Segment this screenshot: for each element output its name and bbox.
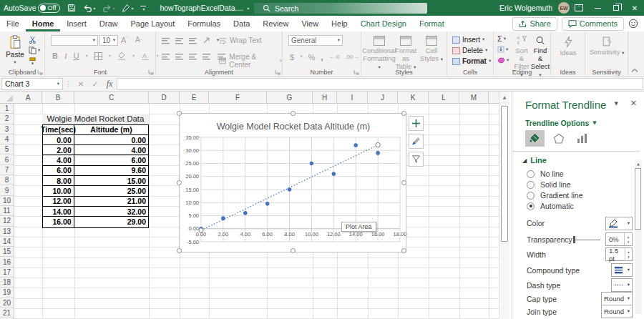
scatter-chart[interactable]: Wolgie Model Rocket Data Altitude (m)-5.… [180,114,407,253]
column-header-I[interactable]: I [337,92,368,104]
row-header-5[interactable]: 5 [0,144,14,154]
column-header-B[interactable]: B [42,92,74,104]
format-painter-button[interactable] [29,57,40,65]
collapse-ribbon-button[interactable] [631,68,638,73]
chart-selection-handle[interactable] [401,248,406,253]
row-header-20[interactable]: 20 [0,298,14,308]
redo-button[interactable]: ▾ [99,0,118,16]
decrease-indent-button[interactable] [203,53,212,60]
paste-dropdown-icon[interactable]: ▾ [14,60,16,65]
table-cell[interactable]: 21.00 [74,197,148,207]
tab-insert[interactable]: Insert [60,16,93,31]
name-box[interactable]: Chart 3 ▾ [1,78,63,90]
tab-home[interactable]: Home [26,16,61,31]
table-title-cell[interactable]: Wolgie Model Rocket Data [42,114,149,124]
clipboard-dialog-launcher[interactable] [37,69,43,75]
dash-type-dropdown[interactable]: ▾ [611,278,633,292]
tab-review[interactable]: Review [256,16,295,31]
column-header-G[interactable]: G [267,92,313,104]
currency-dropdown-icon[interactable]: ▾ [300,54,302,59]
row-header-2[interactable]: 2 [0,114,14,124]
align-right-button[interactable] [189,53,197,60]
orientation-button[interactable] [203,36,211,44]
conditional-formatting-button[interactable]: ConditionalFormatting ▾ [366,36,393,71]
autosave-toggle[interactable]: Off [38,4,61,13]
sensitivity-button[interactable]: Sensitivity ▾ [589,36,625,57]
borders-dropdown-icon[interactable]: ▾ [109,54,111,59]
radio-automatic[interactable]: Automatic [527,200,574,212]
table-cell[interactable]: 25.00 [74,186,148,196]
chart-selection-handle[interactable] [177,248,182,253]
row-header-11[interactable]: 11 [0,206,14,216]
chart-selection-handle[interactable] [401,111,406,116]
format-as-table-button[interactable]: Format asTable ▾ [393,36,419,71]
decrease-decimal-button[interactable]: .00→ [345,54,358,60]
table-column-header[interactable]: Altitude (m) [74,125,148,135]
table-cell[interactable]: 2.00 [43,145,74,155]
row-header-21[interactable]: 21 [0,308,14,318]
fill-color-button[interactable] [117,51,126,60]
row-header-17[interactable]: 17 [0,268,14,278]
chart-selection-handle[interactable] [177,111,182,116]
comments-button[interactable]: Comments [562,17,624,31]
table-cell[interactable]: 29.00 [74,217,148,227]
fill-color-dropdown-icon[interactable]: ▾ [132,54,135,59]
row-header-18[interactable]: 18 [0,278,14,288]
percent-button[interactable]: % [308,53,315,62]
wrap-text-button[interactable]: Wrap Text [219,36,262,44]
chart-selection-handle[interactable] [291,248,296,253]
document-title[interactable]: howTographExcelData.... ▾ [160,4,249,12]
formula-bar-drag-handle[interactable]: ⋮ [63,80,74,87]
table-cell[interactable]: 8.00 [43,176,74,186]
sheet-grid[interactable]: Wolgie Model Rocket DataTime(sec)Altitud… [14,104,499,319]
font-size-combo[interactable]: 10▾ [99,35,118,46]
pane-scrollbar[interactable]: ▲ [635,160,642,314]
tab-formulas[interactable]: Formulas [181,16,227,31]
feedback-smiley-icon[interactable] [628,19,638,29]
tab-page-layout[interactable]: Page Layout [124,16,181,31]
format-cells-button[interactable]: Format▾ [452,57,491,66]
chart-selection-handle[interactable] [291,111,296,116]
chart-styles-button[interactable] [409,134,424,149]
comma-style-button[interactable]: , [321,51,323,62]
align-center-button[interactable] [175,53,183,60]
transparency-slider[interactable] [573,234,600,245]
chart-selection-handle[interactable] [401,180,406,185]
table-cell[interactable]: 0.00 [74,135,148,145]
table-cell[interactable]: 9.60 [74,166,148,176]
cap-type-dropdown[interactable]: Round ▾ [601,292,633,305]
touch-draw-button[interactable]: ▾ [118,0,137,16]
spinner-arrows-icon[interactable]: ▴▾ [624,233,632,245]
share-button[interactable]: Share [512,17,557,31]
touch-draw-dropdown-icon[interactable]: ▾ [131,6,133,11]
clear-button[interactable]: ▾ [497,56,509,64]
column-header-M[interactable]: M [459,92,489,104]
row-header-6[interactable]: 6 [0,154,14,165]
pane-scroll-up-icon[interactable]: ▲ [635,160,642,167]
chart-filters-button[interactable] [409,152,424,167]
table-cell[interactable]: 10.00 [43,186,74,196]
table-cell[interactable]: 14.00 [43,207,74,217]
table-column-header[interactable]: Time(sec) [43,125,74,135]
table-cell[interactable]: 6.00 [74,155,148,165]
tab-format[interactable]: Format [413,16,451,31]
autosave-control[interactable]: AutoSave Off [0,0,64,16]
cell-styles-button[interactable]: CellStyles ▾ [420,36,443,63]
font-name-combo[interactable]: ▾ [51,35,98,46]
table-cell[interactable]: 15.00 [74,176,148,186]
trendline-options-header[interactable]: Trendline Options ▼ [525,119,597,127]
tab-data[interactable]: Data [227,16,256,31]
confirm-entry-button[interactable]: ✓ [88,80,102,88]
chart-selection-handle[interactable] [177,180,182,185]
column-header-K[interactable]: K [398,92,429,104]
line-section-header[interactable]: ◢ Line [522,156,547,165]
row-header-10[interactable]: 10 [0,196,14,206]
insert-cells-button[interactable]: Insert▾ [452,35,491,44]
table-cell[interactable]: 0.00 [43,135,74,145]
restore-button[interactable] [607,0,625,16]
color-picker-button[interactable]: ▾ [605,217,633,230]
font-color-button[interactable]: A [141,51,150,60]
fill-line-tab[interactable] [525,130,545,147]
search-box[interactable]: Search [254,3,427,14]
transparency-spinbox[interactable]: 0% ▴▾ [605,232,633,246]
